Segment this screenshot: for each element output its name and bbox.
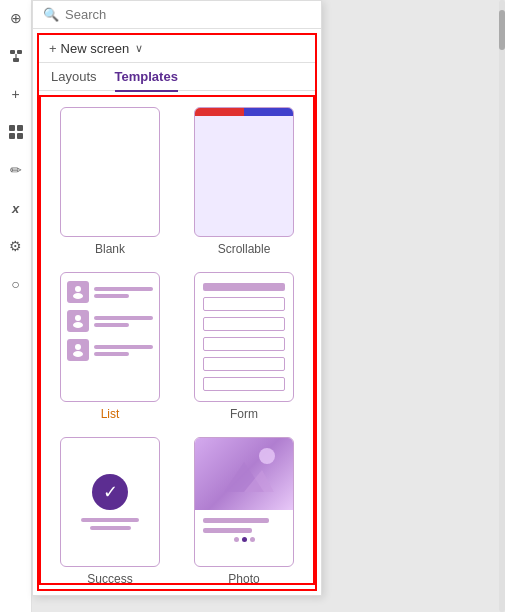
list-row-2 [67, 310, 153, 332]
template-scrollable[interactable]: Scrollable [183, 107, 305, 256]
list-line-3a [94, 345, 153, 349]
photo-dot-1 [234, 537, 239, 542]
template-success[interactable]: ✓ Success [49, 437, 171, 585]
success-check-icon: ✓ [92, 474, 128, 510]
blank-label: Blank [95, 242, 125, 256]
scrollable-thumbnail [194, 107, 294, 237]
svg-point-10 [75, 315, 81, 321]
svg-rect-0 [10, 50, 15, 54]
pencil-icon[interactable]: ✏ [6, 160, 26, 180]
plus-icon: + [49, 41, 57, 56]
form-field-3 [203, 337, 285, 351]
list-row-3 [67, 339, 153, 361]
variable-icon[interactable]: x [6, 198, 26, 218]
search-bar: 🔍 [33, 1, 321, 29]
screen-panel: 🔍 + New screen ∨ Layouts Templates Bl [32, 0, 322, 596]
list-lines-2 [94, 316, 153, 327]
success-line-1 [81, 518, 138, 522]
svg-point-12 [75, 344, 81, 350]
new-screen-row[interactable]: + New screen ∨ [39, 35, 315, 63]
list-label: List [101, 407, 120, 421]
photo-label: Photo [228, 572, 259, 585]
list-lines-1 [94, 287, 153, 298]
scrollbar-thumb [499, 10, 505, 50]
sidebar: ⊕ + ✏ x ⚙ ○ [0, 0, 32, 612]
templates-grid: Blank Scrollable [39, 95, 315, 585]
bar-red [195, 108, 244, 116]
svg-point-13 [73, 351, 83, 357]
list-line-1a [94, 287, 153, 291]
search-input[interactable] [65, 7, 311, 22]
svg-rect-1 [17, 50, 22, 54]
list-line-2b [94, 323, 129, 327]
svg-point-11 [73, 322, 83, 328]
photo-dots [234, 537, 255, 542]
list-row-1 [67, 281, 153, 303]
form-field-5 [203, 377, 285, 391]
list-thumbnail [60, 272, 160, 402]
tab-templates[interactable]: Templates [115, 69, 178, 92]
svg-rect-5 [17, 125, 23, 131]
photo-line-1 [203, 518, 269, 523]
form-field-4 [203, 357, 285, 371]
bar-blue [244, 108, 293, 116]
form-header [203, 283, 285, 291]
tree-icon[interactable] [6, 46, 26, 66]
list-line-2a [94, 316, 153, 320]
photo-dot-3 [250, 537, 255, 542]
list-lines-3 [94, 345, 153, 356]
success-line-2 [90, 526, 131, 530]
svg-rect-7 [17, 133, 23, 139]
settings-icon[interactable]: ⚙ [6, 236, 26, 256]
main-content: 🔍 + New screen ∨ Layouts Templates Bl [32, 0, 505, 612]
list-avatar-1 [67, 281, 89, 303]
list-avatar-2 [67, 310, 89, 332]
scrollable-label: Scrollable [218, 242, 271, 256]
cursor-icon[interactable]: ⊕ [6, 8, 26, 28]
form-field-2 [203, 317, 285, 331]
success-lines [69, 518, 151, 530]
blank-thumbnail [60, 107, 160, 237]
list-avatar-3 [67, 339, 89, 361]
svg-point-9 [73, 293, 83, 299]
photo-sun [259, 448, 275, 464]
scrollable-top-bar [195, 108, 293, 116]
photo-dot-2 [242, 537, 247, 542]
circle-icon[interactable]: ○ [6, 274, 26, 294]
list-line-1b [94, 294, 129, 298]
form-field-1 [203, 297, 285, 311]
success-thumbnail: ✓ [60, 437, 160, 567]
list-line-3b [94, 352, 129, 356]
tab-layouts[interactable]: Layouts [51, 69, 97, 92]
photo-thumbnail [194, 437, 294, 567]
scrollbar[interactable] [499, 0, 505, 612]
new-screen-label: New screen [61, 41, 130, 56]
template-blank[interactable]: Blank [49, 107, 171, 256]
svg-rect-4 [9, 125, 15, 131]
photo-line-2 [203, 528, 252, 533]
photo-lines [195, 510, 293, 533]
chevron-icon: ∨ [135, 42, 143, 55]
tabs-row: Layouts Templates [39, 63, 315, 91]
svg-rect-6 [9, 133, 15, 139]
template-list[interactable]: List [49, 272, 171, 421]
search-icon: 🔍 [43, 7, 59, 22]
template-photo[interactable]: Photo [183, 437, 305, 585]
photo-image-area [195, 438, 293, 510]
insert-icon[interactable]: + [6, 84, 26, 104]
form-thumbnail [194, 272, 294, 402]
template-form[interactable]: Form [183, 272, 305, 421]
form-label: Form [230, 407, 258, 421]
svg-point-8 [75, 286, 81, 292]
data-icon[interactable] [6, 122, 26, 142]
svg-rect-2 [13, 58, 19, 62]
success-label: Success [87, 572, 132, 585]
